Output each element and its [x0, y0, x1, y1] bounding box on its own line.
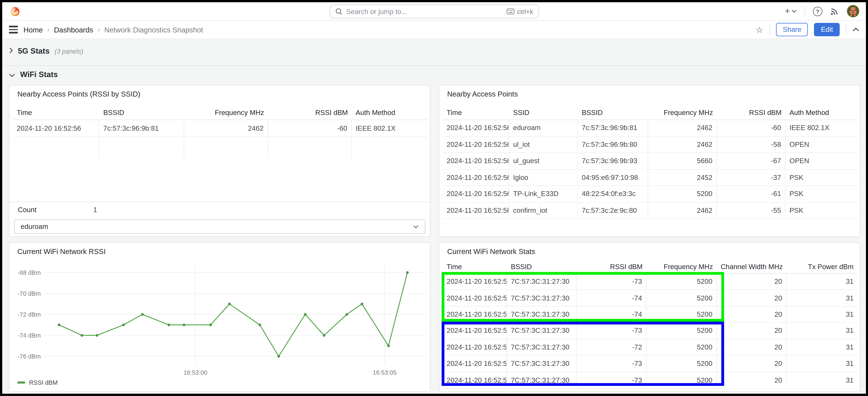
empty-cell — [268, 137, 352, 158]
top-bar: Search or jump to... ctrl+k + ? — [2, 2, 866, 21]
column-header[interactable]: Time — [443, 261, 507, 274]
table-cell: 5200 — [647, 356, 717, 372]
table-cell: IEEE 802.1X — [785, 120, 858, 136]
row-title[interactable]: 5G Stats — [18, 46, 50, 55]
ssid-select-dropdown[interactable]: eduroam — [14, 219, 426, 234]
column-header[interactable]: RSSI dBM — [577, 261, 647, 274]
table: TimeSSIDBSSIDFrequency MHzRSSI dBMAuth M… — [443, 105, 857, 219]
empty-cell — [13, 137, 99, 158]
row-wifi-stats[interactable]: WiFi Stats — [9, 70, 58, 79]
table-cell: 2462 — [184, 120, 268, 137]
count-value: 1 — [93, 206, 97, 214]
edit-button[interactable]: Edit — [814, 23, 840, 36]
table-cell: 2024-11-20 16:52:57.0 — [443, 290, 507, 306]
column-header[interactable]: Frequency MHz — [184, 105, 268, 120]
row-panel-count: (3 panels) — [55, 48, 83, 55]
column-header[interactable]: SSID — [509, 105, 578, 120]
table-cell: 5200 — [647, 274, 717, 290]
table-cell: 20 — [717, 339, 786, 356]
column-header[interactable]: RSSI dBM — [717, 105, 785, 120]
menu-hamburger-icon[interactable] — [9, 26, 18, 33]
column-header[interactable]: Frequency MHz — [647, 261, 717, 274]
table-cell: PSK — [785, 203, 858, 219]
news-rss-icon[interactable] — [830, 7, 839, 16]
table-cell: 31 — [786, 290, 858, 306]
column-header[interactable]: Time — [443, 105, 509, 120]
table-cell: 7c:57:3c:96:9b:81 — [578, 120, 648, 136]
chevron-down-icon — [9, 73, 15, 77]
table-cell: 7C:57:3C:31:27:30 — [507, 274, 577, 290]
count-header: Count — [18, 206, 36, 214]
table-cell: 2024-11-20 16:52:56 — [13, 120, 99, 137]
help-icon[interactable]: ? — [813, 6, 823, 16]
table-cell: -73 — [577, 323, 647, 339]
table-cell: 2024-11-20 16:52:56.2 — [443, 153, 509, 170]
app-window: Search or jump to... ctrl+k + ? Home › D… — [0, 0, 868, 396]
divider — [9, 202, 430, 202]
table-cell: IEEE 802.1X — [352, 120, 428, 137]
table-cell: 7C:57:3C:31:27:30 — [507, 306, 577, 323]
table-cell: -58 — [717, 136, 785, 153]
column-header[interactable]: Tx Power dBm — [786, 261, 858, 274]
search-input[interactable]: Search or jump to... ctrl+k — [329, 4, 539, 19]
empty-cell — [352, 137, 428, 158]
panel-nearby-access-points: Nearby Access Points TimeSSIDBSSIDFreque… — [439, 85, 860, 237]
table-cell: 7c:57:3c:96:9b:93 — [578, 153, 648, 170]
new-dashboard-button[interactable]: + — [785, 6, 797, 16]
column-header[interactable]: Frequency MHz — [648, 105, 717, 120]
column-header[interactable]: Time — [13, 105, 99, 120]
rssi-line-chart[interactable]: -68 dBm-70 dBm-72 dBm-74 dBm-76 dBm16:53… — [9, 243, 430, 392]
column-header[interactable]: BSSID — [99, 105, 184, 120]
divider — [805, 6, 805, 16]
collapse-chevron-up-icon[interactable] — [852, 27, 859, 32]
empty-cell — [184, 137, 268, 158]
table-cell: 31 — [786, 339, 858, 356]
share-button[interactable]: Share — [776, 23, 808, 36]
table-cell: 7C:57:3C:31:27:30 — [507, 323, 577, 339]
column-header[interactable]: Auth Method — [352, 105, 428, 120]
table-cell: 2462 — [648, 120, 717, 136]
column-header[interactable]: Auth Method — [785, 105, 858, 120]
chart-legend[interactable]: RSSI dBM — [18, 379, 58, 386]
table-cell: 7c:57:3c:96:9b:80 — [578, 136, 648, 153]
empty-cell — [99, 137, 184, 158]
table-cell: confirm_iot — [509, 203, 578, 219]
panel-title[interactable]: Current WiFi Network Stats — [439, 243, 860, 261]
ssid-select-value: eduroam — [21, 223, 49, 231]
table-cell: -74 — [577, 306, 647, 323]
user-avatar[interactable] — [847, 5, 859, 18]
column-header[interactable]: RSSI dBM — [268, 105, 352, 120]
panel-title[interactable]: Nearby Access Points — [439, 86, 860, 103]
svg-text:-74 dBm: -74 dBm — [18, 332, 41, 339]
row-title[interactable]: WiFi Stats — [20, 70, 58, 79]
table-cell: -74 — [577, 290, 647, 306]
row-5g-stats[interactable]: 5G Stats (3 panels) — [9, 46, 83, 55]
table-cell: -60 — [717, 120, 785, 136]
grafana-logo-icon[interactable] — [9, 5, 21, 17]
table-cell: 5200 — [647, 339, 717, 356]
breadcrumb-home[interactable]: Home — [24, 25, 43, 34]
column-header[interactable]: BSSID — [507, 261, 577, 274]
table-cell: -72 — [577, 339, 647, 356]
panel-title[interactable]: Nearby Access Points (RSSI by SSID) — [9, 86, 430, 103]
table-cell: -37 — [717, 170, 785, 186]
chevron-right-icon — [9, 48, 13, 54]
table-cell: -55 — [717, 203, 785, 219]
table-cell: 7C:57:3C:31:27:30 — [507, 290, 577, 306]
favorite-star-icon[interactable]: ☆ — [756, 25, 763, 34]
svg-text:-70 dBm: -70 dBm — [18, 290, 41, 297]
column-header[interactable]: Channel Width MHz — [717, 261, 786, 274]
breadcrumb-current: Network Diagnostics Snapshot — [104, 25, 203, 34]
breadcrumb-separator: › — [98, 26, 100, 33]
table-cell: 2024-11-20 16:52:56.4 — [443, 274, 507, 290]
plus-icon: + — [785, 6, 790, 16]
row-divider — [2, 65, 866, 66]
legend-swatch — [18, 382, 25, 384]
search-icon — [335, 8, 342, 15]
table-cell: Igloo — [509, 170, 578, 186]
breadcrumb-dashboards[interactable]: Dashboards — [54, 25, 93, 34]
column-header[interactable]: BSSID — [578, 105, 648, 120]
table-cell: 2024-11-20 16:52:56.2 — [443, 203, 509, 219]
table-cell: 2462 — [648, 203, 717, 219]
svg-text:-72 dBm: -72 dBm — [18, 311, 41, 318]
